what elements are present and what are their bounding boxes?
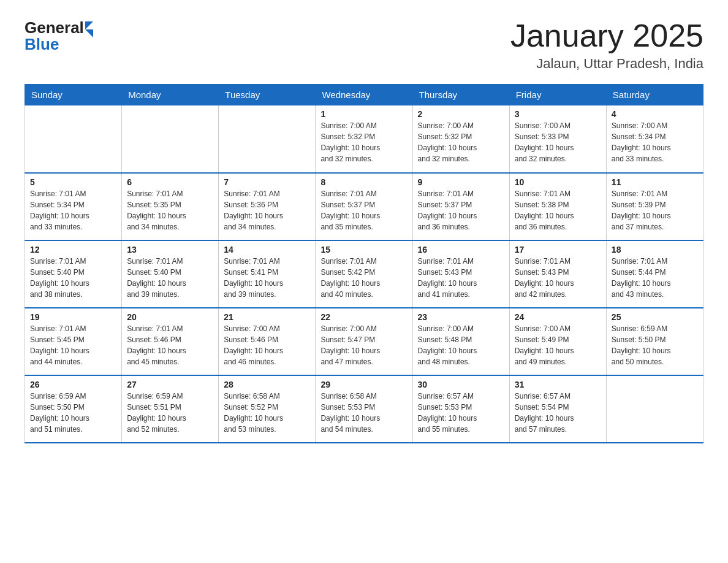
logo: General Blue	[25, 18, 93, 54]
day-number: 18	[612, 245, 698, 255]
calendar-cell: 27Sunrise: 6:59 AM Sunset: 5:51 PM Dayli…	[122, 375, 219, 443]
weekday-header: Sunday	[25, 85, 122, 105]
day-info: Sunrise: 7:01 AM Sunset: 5:42 PM Dayligh…	[320, 256, 407, 300]
day-number: 5	[30, 177, 116, 187]
day-info: Sunrise: 7:01 AM Sunset: 5:36 PM Dayligh…	[224, 188, 310, 232]
day-info: Sunrise: 6:57 AM Sunset: 5:53 PM Dayligh…	[418, 391, 504, 435]
day-number: 3	[515, 109, 601, 119]
calendar-cell: 8Sunrise: 7:01 AM Sunset: 5:37 PM Daylig…	[316, 173, 412, 240]
calendar-cell: 19Sunrise: 7:01 AM Sunset: 5:45 PM Dayli…	[25, 308, 122, 375]
calendar-cell	[122, 105, 219, 173]
calendar-cell	[25, 105, 122, 173]
day-number: 24	[515, 312, 601, 322]
day-info: Sunrise: 7:01 AM Sunset: 5:44 PM Dayligh…	[612, 256, 698, 300]
day-info: Sunrise: 7:01 AM Sunset: 5:40 PM Dayligh…	[30, 256, 116, 300]
day-info: Sunrise: 6:59 AM Sunset: 5:51 PM Dayligh…	[127, 391, 213, 435]
calendar-week-row: 5Sunrise: 7:01 AM Sunset: 5:34 PM Daylig…	[25, 173, 703, 240]
calendar-table: SundayMondayTuesdayWednesdayThursdayFrid…	[25, 84, 703, 443]
day-number: 29	[320, 380, 407, 389]
calendar-cell: 17Sunrise: 7:01 AM Sunset: 5:43 PM Dayli…	[509, 240, 606, 308]
day-number: 19	[30, 312, 116, 322]
day-info: Sunrise: 6:57 AM Sunset: 5:54 PM Dayligh…	[515, 391, 601, 435]
day-info: Sunrise: 6:59 AM Sunset: 5:50 PM Dayligh…	[612, 323, 698, 367]
day-number: 16	[418, 245, 504, 255]
day-info: Sunrise: 7:00 AM Sunset: 5:47 PM Dayligh…	[320, 323, 407, 367]
calendar-cell: 28Sunrise: 6:58 AM Sunset: 5:52 PM Dayli…	[219, 375, 316, 443]
day-number: 13	[127, 245, 213, 255]
day-info: Sunrise: 7:00 AM Sunset: 5:48 PM Dayligh…	[418, 323, 504, 367]
calendar-week-row: 1Sunrise: 7:00 AM Sunset: 5:32 PM Daylig…	[25, 105, 703, 173]
day-info: Sunrise: 7:01 AM Sunset: 5:41 PM Dayligh…	[224, 256, 310, 300]
calendar-cell: 26Sunrise: 6:59 AM Sunset: 5:50 PM Dayli…	[25, 375, 122, 443]
calendar-cell: 25Sunrise: 6:59 AM Sunset: 5:50 PM Dayli…	[606, 308, 703, 375]
day-number: 20	[127, 312, 213, 322]
calendar-cell: 5Sunrise: 7:01 AM Sunset: 5:34 PM Daylig…	[25, 173, 122, 240]
day-info: Sunrise: 7:01 AM Sunset: 5:39 PM Dayligh…	[612, 188, 698, 232]
day-number: 10	[515, 177, 601, 187]
day-number: 28	[224, 380, 310, 389]
day-info: Sunrise: 7:00 AM Sunset: 5:46 PM Dayligh…	[224, 323, 310, 367]
calendar-cell: 14Sunrise: 7:01 AM Sunset: 5:41 PM Dayli…	[219, 240, 316, 308]
day-info: Sunrise: 7:01 AM Sunset: 5:37 PM Dayligh…	[320, 188, 407, 232]
calendar-cell: 31Sunrise: 6:57 AM Sunset: 5:54 PM Dayli…	[509, 375, 606, 443]
calendar-cell: 11Sunrise: 7:01 AM Sunset: 5:39 PM Dayli…	[606, 173, 703, 240]
calendar-cell: 24Sunrise: 7:00 AM Sunset: 5:49 PM Dayli…	[509, 308, 606, 375]
day-info: Sunrise: 7:01 AM Sunset: 5:34 PM Dayligh…	[30, 188, 116, 232]
day-info: Sunrise: 7:00 AM Sunset: 5:32 PM Dayligh…	[418, 120, 504, 164]
day-info: Sunrise: 7:00 AM Sunset: 5:33 PM Dayligh…	[515, 120, 601, 164]
day-info: Sunrise: 6:59 AM Sunset: 5:50 PM Dayligh…	[30, 391, 116, 435]
calendar-cell: 2Sunrise: 7:00 AM Sunset: 5:32 PM Daylig…	[412, 105, 509, 173]
day-number: 31	[515, 380, 601, 389]
logo-icon: General Blue	[25, 18, 93, 54]
calendar-cell: 29Sunrise: 6:58 AM Sunset: 5:53 PM Dayli…	[316, 375, 412, 443]
day-info: Sunrise: 7:01 AM Sunset: 5:35 PM Dayligh…	[127, 188, 213, 232]
calendar-cell: 21Sunrise: 7:00 AM Sunset: 5:46 PM Dayli…	[219, 308, 316, 375]
calendar-week-row: 26Sunrise: 6:59 AM Sunset: 5:50 PM Dayli…	[25, 375, 703, 443]
logo-blue-text: Blue	[25, 35, 59, 54]
weekday-header: Tuesday	[219, 85, 316, 105]
calendar-cell	[606, 375, 703, 443]
day-number: 11	[612, 177, 698, 187]
calendar-cell: 18Sunrise: 7:01 AM Sunset: 5:44 PM Dayli…	[606, 240, 703, 308]
calendar-cell: 6Sunrise: 7:01 AM Sunset: 5:35 PM Daylig…	[122, 173, 219, 240]
day-info: Sunrise: 7:01 AM Sunset: 5:43 PM Dayligh…	[515, 256, 601, 300]
day-info: Sunrise: 7:00 AM Sunset: 5:34 PM Dayligh…	[612, 120, 698, 164]
day-number: 14	[224, 245, 310, 255]
day-info: Sunrise: 7:01 AM Sunset: 5:40 PM Dayligh…	[127, 256, 213, 300]
day-info: Sunrise: 6:58 AM Sunset: 5:52 PM Dayligh…	[224, 391, 310, 435]
calendar-cell: 4Sunrise: 7:00 AM Sunset: 5:34 PM Daylig…	[606, 105, 703, 173]
day-number: 25	[612, 312, 698, 322]
title-section: January 2025 Jalaun, Uttar Pradesh, Indi…	[510, 18, 703, 72]
day-number: 1	[320, 109, 407, 119]
calendar-title: January 2025	[510, 18, 703, 53]
calendar-cell: 13Sunrise: 7:01 AM Sunset: 5:40 PM Dayli…	[122, 240, 219, 308]
day-number: 21	[224, 312, 310, 322]
day-number: 7	[224, 177, 310, 187]
day-info: Sunrise: 7:01 AM Sunset: 5:38 PM Dayligh…	[515, 188, 601, 232]
day-number: 22	[320, 312, 407, 322]
day-info: Sunrise: 6:58 AM Sunset: 5:53 PM Dayligh…	[320, 391, 407, 435]
weekday-header: Monday	[122, 85, 219, 105]
day-number: 30	[418, 380, 504, 389]
calendar-subtitle: Jalaun, Uttar Pradesh, India	[510, 56, 703, 72]
calendar-cell: 22Sunrise: 7:00 AM Sunset: 5:47 PM Dayli…	[316, 308, 412, 375]
day-number: 6	[127, 177, 213, 187]
calendar-cell: 30Sunrise: 6:57 AM Sunset: 5:53 PM Dayli…	[412, 375, 509, 443]
day-number: 4	[612, 109, 698, 119]
day-info: Sunrise: 7:01 AM Sunset: 5:37 PM Dayligh…	[418, 188, 504, 232]
calendar-week-row: 12Sunrise: 7:01 AM Sunset: 5:40 PM Dayli…	[25, 240, 703, 308]
day-number: 27	[127, 380, 213, 389]
page-header: General Blue January 2025 Jalaun, Uttar …	[25, 18, 703, 72]
day-info: Sunrise: 7:00 AM Sunset: 5:32 PM Dayligh…	[320, 120, 407, 164]
weekday-header: Thursday	[412, 85, 509, 105]
weekday-header: Wednesday	[316, 85, 412, 105]
calendar-cell: 10Sunrise: 7:01 AM Sunset: 5:38 PM Dayli…	[509, 173, 606, 240]
calendar-cell: 9Sunrise: 7:01 AM Sunset: 5:37 PM Daylig…	[412, 173, 509, 240]
day-info: Sunrise: 7:01 AM Sunset: 5:45 PM Dayligh…	[30, 323, 116, 367]
calendar-cell: 20Sunrise: 7:01 AM Sunset: 5:46 PM Dayli…	[122, 308, 219, 375]
calendar-cell: 12Sunrise: 7:01 AM Sunset: 5:40 PM Dayli…	[25, 240, 122, 308]
weekday-header: Saturday	[606, 85, 703, 105]
calendar-cell: 16Sunrise: 7:01 AM Sunset: 5:43 PM Dayli…	[412, 240, 509, 308]
day-info: Sunrise: 7:01 AM Sunset: 5:43 PM Dayligh…	[418, 256, 504, 300]
calendar-cell: 3Sunrise: 7:00 AM Sunset: 5:33 PM Daylig…	[509, 105, 606, 173]
